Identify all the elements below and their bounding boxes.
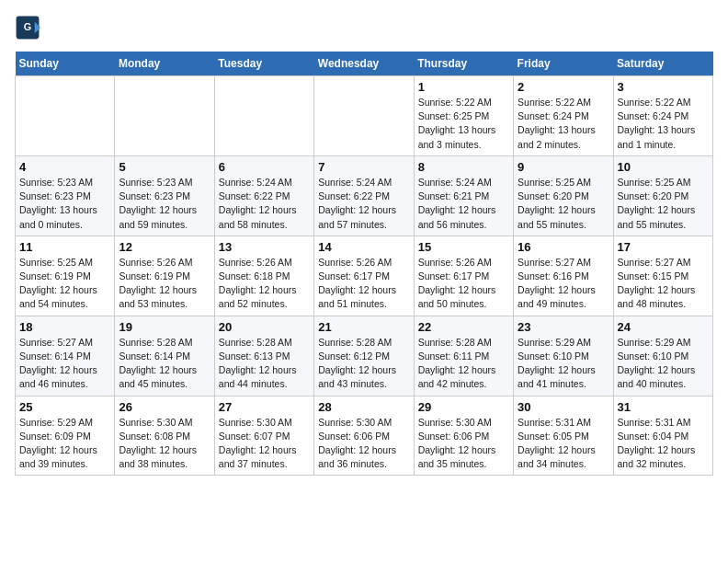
day-info: Sunrise: 5:29 AM Sunset: 6:10 PM Dayligh…	[618, 336, 709, 392]
calendar-cell: 3Sunrise: 5:22 AM Sunset: 6:24 PM Daylig…	[613, 76, 712, 156]
day-number: 1	[418, 80, 509, 94]
day-info: Sunrise: 5:28 AM Sunset: 6:14 PM Dayligh…	[119, 336, 210, 392]
logo-icon: G	[15, 15, 40, 40]
calendar-cell: 24Sunrise: 5:29 AM Sunset: 6:10 PM Dayli…	[613, 316, 712, 396]
day-info: Sunrise: 5:28 AM Sunset: 6:12 PM Dayligh…	[318, 336, 409, 392]
day-info: Sunrise: 5:26 AM Sunset: 6:17 PM Dayligh…	[318, 256, 409, 312]
day-info: Sunrise: 5:28 AM Sunset: 6:11 PM Dayligh…	[418, 336, 509, 392]
calendar-cell	[115, 76, 214, 156]
day-number: 25	[19, 400, 110, 414]
calendar-cell: 12Sunrise: 5:26 AM Sunset: 6:19 PM Dayli…	[115, 236, 214, 316]
day-number: 10	[618, 160, 709, 174]
logo: G	[15, 15, 44, 40]
calendar-cell: 8Sunrise: 5:24 AM Sunset: 6:21 PM Daylig…	[414, 155, 513, 236]
week-row-5: 25Sunrise: 5:29 AM Sunset: 6:09 PM Dayli…	[16, 396, 713, 476]
calendar-cell	[214, 76, 313, 156]
day-info: Sunrise: 5:24 AM Sunset: 6:21 PM Dayligh…	[418, 176, 509, 232]
day-info: Sunrise: 5:28 AM Sunset: 6:13 PM Dayligh…	[219, 336, 310, 392]
calendar-cell: 13Sunrise: 5:26 AM Sunset: 6:18 PM Dayli…	[214, 236, 313, 316]
day-number: 16	[518, 240, 609, 254]
calendar-cell: 15Sunrise: 5:26 AM Sunset: 6:17 PM Dayli…	[414, 236, 513, 316]
day-info: Sunrise: 5:26 AM Sunset: 6:18 PM Dayligh…	[219, 256, 310, 312]
calendar-cell: 9Sunrise: 5:25 AM Sunset: 6:20 PM Daylig…	[514, 155, 613, 236]
calendar-cell: 23Sunrise: 5:29 AM Sunset: 6:10 PM Dayli…	[514, 316, 613, 396]
day-number: 4	[19, 160, 110, 174]
calendar-cell: 14Sunrise: 5:26 AM Sunset: 6:17 PM Dayli…	[314, 236, 414, 316]
day-info: Sunrise: 5:23 AM Sunset: 6:23 PM Dayligh…	[19, 176, 110, 232]
calendar-cell	[16, 76, 115, 156]
day-info: Sunrise: 5:30 AM Sunset: 6:06 PM Dayligh…	[418, 416, 509, 472]
day-number: 15	[418, 240, 509, 254]
day-number: 30	[518, 400, 609, 414]
calendar-cell: 20Sunrise: 5:28 AM Sunset: 6:13 PM Dayli…	[214, 316, 313, 396]
day-info: Sunrise: 5:22 AM Sunset: 6:24 PM Dayligh…	[618, 96, 709, 152]
day-number: 9	[518, 160, 609, 174]
day-number: 19	[119, 320, 210, 334]
weekday-header-saturday: Saturday	[613, 52, 712, 76]
calendar-cell: 1Sunrise: 5:22 AM Sunset: 6:25 PM Daylig…	[414, 76, 513, 156]
calendar-cell: 17Sunrise: 5:27 AM Sunset: 6:15 PM Dayli…	[613, 236, 712, 316]
weekday-header-monday: Monday	[115, 52, 214, 76]
day-info: Sunrise: 5:31 AM Sunset: 6:05 PM Dayligh…	[518, 416, 609, 472]
day-number: 3	[618, 80, 709, 94]
day-number: 13	[219, 240, 310, 254]
weekday-header-sunday: Sunday	[16, 52, 115, 76]
calendar-cell	[314, 76, 414, 156]
day-number: 18	[19, 320, 110, 334]
day-number: 12	[119, 240, 210, 254]
calendar-cell: 10Sunrise: 5:25 AM Sunset: 6:20 PM Dayli…	[613, 155, 712, 236]
calendar-cell: 25Sunrise: 5:29 AM Sunset: 6:09 PM Dayli…	[16, 396, 115, 476]
week-row-2: 4Sunrise: 5:23 AM Sunset: 6:23 PM Daylig…	[16, 155, 713, 236]
day-number: 7	[318, 160, 409, 174]
day-info: Sunrise: 5:23 AM Sunset: 6:23 PM Dayligh…	[119, 176, 210, 232]
calendar-cell: 30Sunrise: 5:31 AM Sunset: 6:05 PM Dayli…	[514, 396, 613, 476]
calendar-table: SundayMondayTuesdayWednesdayThursdayFrid…	[15, 52, 713, 476]
day-number: 27	[219, 400, 310, 414]
calendar-cell: 22Sunrise: 5:28 AM Sunset: 6:11 PM Dayli…	[414, 316, 513, 396]
day-info: Sunrise: 5:27 AM Sunset: 6:15 PM Dayligh…	[618, 256, 709, 312]
day-number: 22	[418, 320, 509, 334]
day-number: 20	[219, 320, 310, 334]
day-info: Sunrise: 5:25 AM Sunset: 6:19 PM Dayligh…	[19, 256, 110, 312]
day-number: 28	[318, 400, 409, 414]
day-info: Sunrise: 5:30 AM Sunset: 6:06 PM Dayligh…	[318, 416, 409, 472]
weekday-header-tuesday: Tuesday	[214, 52, 313, 76]
day-info: Sunrise: 5:30 AM Sunset: 6:07 PM Dayligh…	[219, 416, 310, 472]
day-info: Sunrise: 5:27 AM Sunset: 6:14 PM Dayligh…	[19, 336, 110, 392]
week-row-4: 18Sunrise: 5:27 AM Sunset: 6:14 PM Dayli…	[16, 316, 713, 396]
day-info: Sunrise: 5:29 AM Sunset: 6:10 PM Dayligh…	[518, 336, 609, 392]
weekday-header-friday: Friday	[514, 52, 613, 76]
calendar-cell: 2Sunrise: 5:22 AM Sunset: 6:24 PM Daylig…	[514, 76, 613, 156]
day-info: Sunrise: 5:31 AM Sunset: 6:04 PM Dayligh…	[618, 416, 709, 472]
weekday-header-wednesday: Wednesday	[314, 52, 414, 76]
calendar-cell: 7Sunrise: 5:24 AM Sunset: 6:22 PM Daylig…	[314, 155, 414, 236]
calendar-cell: 4Sunrise: 5:23 AM Sunset: 6:23 PM Daylig…	[16, 155, 115, 236]
calendar-cell: 11Sunrise: 5:25 AM Sunset: 6:19 PM Dayli…	[16, 236, 115, 316]
calendar-cell: 6Sunrise: 5:24 AM Sunset: 6:22 PM Daylig…	[214, 155, 313, 236]
calendar-cell: 5Sunrise: 5:23 AM Sunset: 6:23 PM Daylig…	[115, 155, 214, 236]
calendar-cell: 27Sunrise: 5:30 AM Sunset: 6:07 PM Dayli…	[214, 396, 313, 476]
day-info: Sunrise: 5:27 AM Sunset: 6:16 PM Dayligh…	[518, 256, 609, 312]
day-number: 26	[119, 400, 210, 414]
day-info: Sunrise: 5:30 AM Sunset: 6:08 PM Dayligh…	[119, 416, 210, 472]
day-info: Sunrise: 5:24 AM Sunset: 6:22 PM Dayligh…	[219, 176, 310, 232]
day-number: 29	[418, 400, 509, 414]
day-number: 31	[618, 400, 709, 414]
day-number: 6	[219, 160, 310, 174]
day-info: Sunrise: 5:24 AM Sunset: 6:22 PM Dayligh…	[318, 176, 409, 232]
day-info: Sunrise: 5:22 AM Sunset: 6:25 PM Dayligh…	[418, 96, 509, 152]
calendar-cell: 19Sunrise: 5:28 AM Sunset: 6:14 PM Dayli…	[115, 316, 214, 396]
day-number: 11	[19, 240, 110, 254]
day-number: 14	[318, 240, 409, 254]
weekday-header-row: SundayMondayTuesdayWednesdayThursdayFrid…	[16, 52, 713, 76]
day-info: Sunrise: 5:22 AM Sunset: 6:24 PM Dayligh…	[518, 96, 609, 152]
day-number: 2	[518, 80, 609, 94]
day-number: 21	[318, 320, 409, 334]
day-info: Sunrise: 5:25 AM Sunset: 6:20 PM Dayligh…	[518, 176, 609, 232]
day-number: 5	[119, 160, 210, 174]
day-info: Sunrise: 5:29 AM Sunset: 6:09 PM Dayligh…	[19, 416, 110, 472]
day-info: Sunrise: 5:26 AM Sunset: 6:19 PM Dayligh…	[119, 256, 210, 312]
day-info: Sunrise: 5:26 AM Sunset: 6:17 PM Dayligh…	[418, 256, 509, 312]
calendar-cell: 29Sunrise: 5:30 AM Sunset: 6:06 PM Dayli…	[414, 396, 513, 476]
calendar-cell: 18Sunrise: 5:27 AM Sunset: 6:14 PM Dayli…	[16, 316, 115, 396]
